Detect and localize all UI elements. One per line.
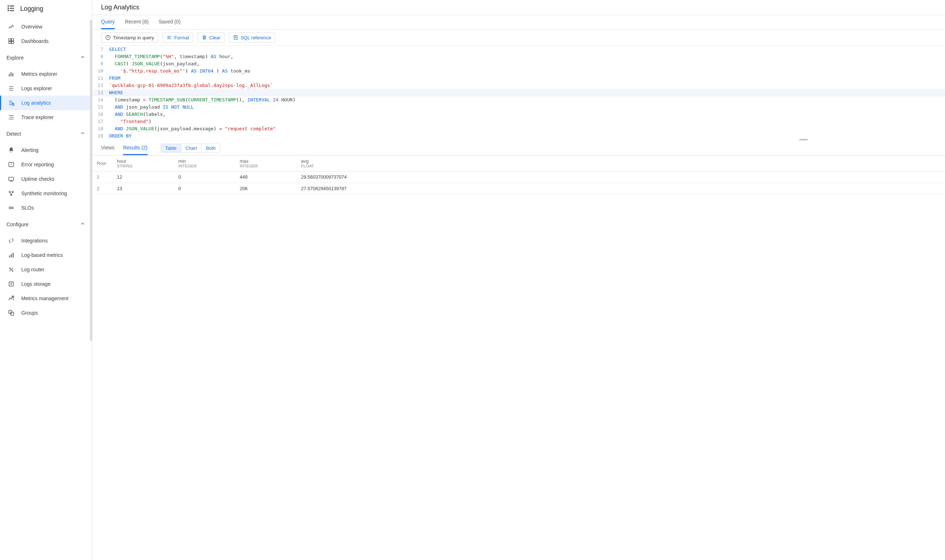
- sidebar-group-detect[interactable]: Detect: [0, 127, 92, 141]
- dashboard-icon: [8, 37, 15, 45]
- code-content: ORDER BY: [108, 132, 132, 140]
- svg-rect-15: [9, 177, 13, 180]
- code-content: FROM: [108, 75, 120, 82]
- sql-editor[interactable]: 7SELECT8 FORMAT_TIMESTAMP("%H", timestam…: [92, 45, 945, 140]
- line-number: 8: [92, 53, 108, 60]
- sidebar: Logging OverviewDashboards ExploreMetric…: [0, 0, 92, 560]
- cell-n: 1: [92, 171, 112, 183]
- column-name: Row: [97, 161, 106, 166]
- clear-label: Clear: [209, 35, 220, 40]
- column-header-hour[interactable]: hourSTRING: [112, 155, 174, 171]
- sidebar-item-label: Log analytics: [21, 100, 51, 106]
- sidebar-item-groups[interactable]: Groups: [0, 306, 92, 320]
- clear-button[interactable]: Clear: [197, 32, 225, 43]
- view-toggle: TableChartBoth: [161, 144, 220, 152]
- sidebar-item-dashboards[interactable]: Dashboards: [0, 34, 92, 48]
- column-type: INTEGER: [178, 164, 231, 168]
- product-header: Logging: [0, 0, 92, 17]
- router-icon: [8, 266, 15, 273]
- code-line: 14 timestamp > TIMESTAMP_SUB(CURRENT_TIM…: [92, 96, 945, 103]
- code-content: FORMAT_TIMESTAMP("%H", timestamp) AS hou…: [108, 53, 233, 60]
- results-tab-results[interactable]: Results (2): [123, 141, 148, 155]
- tab-query[interactable]: Query: [101, 15, 115, 29]
- tab-saved[interactable]: Saved (0): [159, 15, 180, 29]
- line-number: 12: [92, 82, 108, 89]
- sidebar-item-metrics-explorer[interactable]: Metrics explorer: [0, 67, 92, 81]
- code-line: 11FROM: [92, 75, 945, 82]
- code-line: 10 '$."http.resp.took_ms"') AS INT64 ) A…: [92, 68, 945, 75]
- sidebar-group-configure[interactable]: Configure: [0, 217, 92, 231]
- sidebar-item-label: Uptime checks: [21, 176, 54, 182]
- code-content: '$."http.resp.took_ms"') AS INT64 ) AS t…: [108, 68, 250, 75]
- sidebar-item-slos[interactable]: SLOs: [0, 201, 92, 215]
- resize-handle[interactable]: [92, 140, 945, 141]
- code-line: 8 FORMAT_TIMESTAMP("%H", timestamp) AS h…: [92, 53, 945, 60]
- format-button[interactable]: Format: [162, 32, 193, 43]
- column-name: hour: [117, 158, 126, 164]
- sidebar-item-log-based-metrics[interactable]: Log-based metrics: [0, 248, 92, 262]
- table-row[interactable]: 213020627.570829450139787: [92, 183, 945, 194]
- column-header-max[interactable]: maxINTEGER: [235, 155, 297, 171]
- sidebar-item-alerting[interactable]: Alerting: [0, 143, 92, 157]
- table-row[interactable]: 112044929.560370009737074: [92, 171, 945, 183]
- sidebar-item-integrations[interactable]: Integrations: [0, 234, 92, 248]
- view-mode-both[interactable]: Both: [202, 144, 220, 152]
- sidebar-item-metrics-management[interactable]: Metrics management: [0, 291, 92, 306]
- sidebar-item-logs-storage[interactable]: Logs storage: [0, 277, 92, 291]
- sidebar-item-uptime-checks[interactable]: Uptime checks: [0, 172, 92, 186]
- svg-point-25: [12, 296, 14, 297]
- sidebar-item-synthetic-monitoring[interactable]: Synthetic monitoring: [0, 186, 92, 201]
- storage-icon: [8, 280, 15, 288]
- column-header-row[interactable]: Row: [92, 155, 112, 171]
- sidebar-item-label: Logs explorer: [21, 86, 52, 91]
- cell-avg: 27.570829450139787: [297, 183, 945, 194]
- line-number: 10: [92, 68, 108, 75]
- sql-reference-button[interactable]: SQL reference: [229, 32, 275, 43]
- sidebar-item-label: Integrations: [21, 238, 48, 243]
- svg-point-16: [9, 191, 10, 192]
- sidebar-item-logs-explorer[interactable]: Logs explorer: [0, 81, 92, 95]
- line-number: 13: [92, 89, 108, 96]
- sidebar-item-log-router[interactable]: Log router: [0, 262, 92, 277]
- mmanage-icon: [8, 295, 15, 302]
- code-line: 12`qwiklabs-gcp-01-8909a23fa3fb.global.d…: [92, 82, 945, 89]
- sidebar-item-overview[interactable]: Overview: [0, 20, 92, 34]
- main-content: Log Analytics QueryRecent (8)Saved (0) T…: [92, 0, 945, 560]
- code-line: 19ORDER BY: [92, 132, 945, 140]
- line-number: 9: [92, 60, 108, 68]
- logmetrics-icon: [8, 251, 15, 259]
- column-type: INTEGER: [240, 164, 292, 168]
- sidebar-item-label: SLOs: [21, 205, 34, 211]
- svg-rect-5: [10, 10, 14, 11]
- code-content: AND JSON_VALUE(json_payload.message) = "…: [108, 125, 276, 132]
- code-content: "frontend"): [108, 118, 151, 125]
- tab-recent[interactable]: Recent (8): [125, 15, 148, 29]
- timestamp-in-query-button[interactable]: Timestamp in query: [101, 32, 158, 43]
- results-table: RowhourSTRINGminINTEGERmaxINTEGERavgFLOA…: [92, 155, 945, 194]
- results-tab-views[interactable]: Views: [101, 141, 114, 155]
- column-header-min[interactable]: minINTEGER: [174, 155, 235, 171]
- trace-icon: [8, 114, 15, 121]
- sidebar-group-explore[interactable]: Explore: [0, 51, 92, 65]
- sidebar-item-trace-explorer[interactable]: Trace explorer: [0, 110, 92, 125]
- sidebar-item-label: Groups: [21, 310, 38, 316]
- column-header-avg[interactable]: avgFLOAT: [297, 155, 945, 171]
- line-number: 18: [92, 125, 108, 132]
- timestamp-label: Timestamp in query: [113, 35, 154, 40]
- sidebar-item-log-analytics[interactable]: Log analytics: [0, 95, 92, 110]
- svg-point-19: [9, 207, 11, 209]
- cell-hour: 12: [112, 171, 174, 183]
- sidebar-item-label: Logs storage: [21, 281, 51, 287]
- sidebar-item-error-reporting[interactable]: Error reporting: [0, 157, 92, 172]
- page-header: Log Analytics: [92, 0, 945, 15]
- group-label: Configure: [6, 222, 29, 227]
- view-mode-chart[interactable]: Chart: [181, 144, 202, 152]
- uptime-icon: [8, 175, 15, 183]
- view-mode-table[interactable]: Table: [161, 144, 181, 152]
- line-number: 15: [92, 103, 108, 111]
- code-content: SELECT: [108, 46, 126, 53]
- column-type: FLOAT: [301, 164, 941, 168]
- page-title: Log Analytics: [101, 4, 936, 11]
- integrations-icon: [8, 237, 15, 244]
- results-tabs: ViewsResults (2)TableChartBoth: [92, 141, 945, 155]
